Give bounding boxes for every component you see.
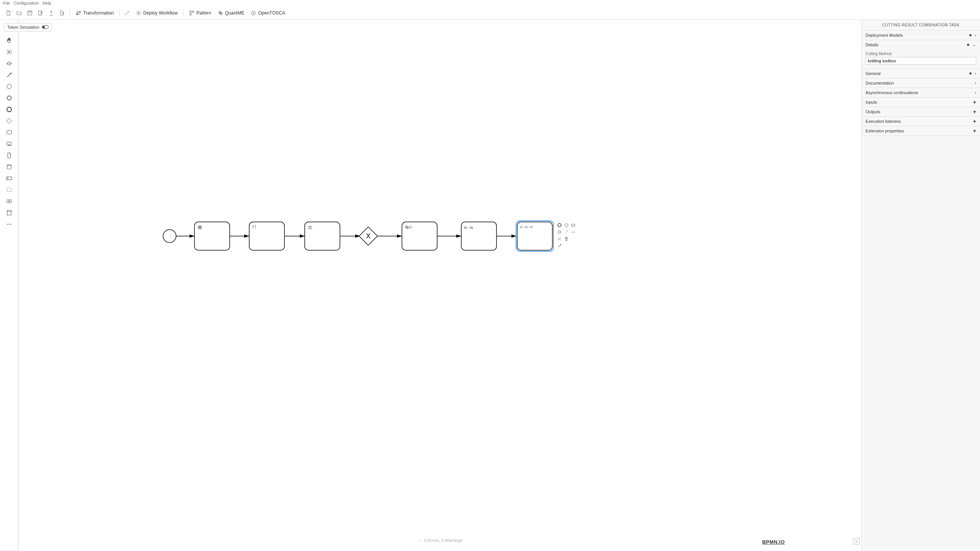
panel-collapse-button[interactable] [853, 538, 860, 545]
pattern-button[interactable]: Pattern [186, 8, 214, 18]
start-event[interactable] [163, 230, 176, 243]
save-button[interactable] [24, 8, 35, 18]
quantum-task-tool[interactable] [3, 196, 15, 207]
bpmn-diagram: X [18, 20, 746, 364]
hand-tool[interactable] [3, 35, 15, 46]
svg-rect-17 [7, 142, 11, 146]
magic-wand-button[interactable] [122, 8, 132, 18]
svg-point-24 [9, 201, 10, 202]
section-inputs[interactable]: Inputs + [862, 98, 980, 107]
space-tool[interactable] [3, 58, 15, 69]
svg-point-32 [199, 227, 200, 228]
svg-rect-26 [7, 210, 11, 215]
section-details[interactable]: Details ⌄ [862, 40, 980, 49]
new-file-button[interactable] [3, 8, 14, 18]
svg-point-29 [8, 224, 9, 225]
task-2[interactable] [249, 222, 284, 250]
section-deployment-models[interactable]: Deployment Models › [862, 31, 980, 40]
plus-icon[interactable]: + [973, 128, 976, 134]
export-button[interactable] [57, 8, 67, 18]
chevron-down-icon: ⌄ [972, 42, 976, 47]
section-documentation[interactable]: Documentation › [862, 78, 980, 88]
delete-element[interactable] [563, 236, 569, 242]
validation-status[interactable]: 0 Errors, 0 Warnings [413, 536, 466, 544]
dot-icon [969, 72, 972, 75]
cutting-method-input[interactable] [866, 57, 976, 65]
menu-file[interactable]: File [3, 1, 10, 5]
upload-button[interactable] [46, 8, 57, 18]
diagram-canvas[interactable]: X [18, 20, 861, 551]
chevron-right-icon: › [975, 33, 976, 38]
menu-help[interactable]: Help [42, 1, 51, 5]
context-pad [556, 222, 576, 249]
intermediate-event-tool[interactable] [3, 93, 15, 103]
toolbar: Transformation Deploy Workflow Pattern Q… [0, 6, 980, 20]
connect-tool[interactable] [3, 70, 15, 80]
plus-icon[interactable]: + [973, 99, 976, 105]
opentosca-button[interactable]: OpenTOSCA [247, 8, 288, 18]
participant-tool[interactable] [3, 173, 15, 184]
section-extension-properties[interactable]: Extension properties + [862, 126, 980, 135]
plus-icon[interactable]: + [973, 109, 976, 115]
append-task[interactable] [570, 222, 576, 228]
svg-text:X: X [366, 232, 371, 240]
svg-point-55 [573, 231, 573, 232]
svg-point-14 [7, 96, 11, 100]
plus-icon[interactable]: + [973, 118, 976, 124]
svg-rect-0 [28, 11, 32, 15]
gateway-tool[interactable] [3, 116, 15, 126]
svg-point-7 [220, 12, 221, 13]
open-file-button[interactable] [14, 8, 24, 18]
more-options[interactable] [570, 229, 576, 235]
section-general[interactable]: General › [862, 69, 980, 78]
cutting-method-label: Cutting Method [866, 52, 976, 56]
transformation-button[interactable]: Transformation [72, 8, 117, 18]
section-execution-listeners[interactable]: Execution listeners + [862, 117, 980, 126]
svg-point-19 [7, 165, 11, 166]
dot-icon [967, 44, 969, 46]
panel-title: CUTTING RESULT COMBINATION TASK [862, 20, 980, 31]
chevron-right-icon: › [975, 80, 976, 86]
exclusive-gateway[interactable]: X [359, 227, 377, 245]
more-tools[interactable] [3, 219, 15, 230]
start-event-tool[interactable] [3, 81, 15, 92]
append-end-event[interactable] [556, 222, 562, 228]
menu-configuration[interactable]: Configuration [14, 1, 39, 5]
task-tool[interactable] [3, 127, 15, 138]
bpmn-io-logo[interactable]: BPMN.IO [762, 539, 785, 545]
svg-point-9 [219, 11, 222, 15]
data-object-tool[interactable] [3, 150, 15, 161]
lasso-tool[interactable] [3, 47, 15, 57]
svg-point-12 [7, 84, 11, 89]
end-event-tool[interactable] [3, 104, 15, 115]
append-gateway[interactable] [563, 222, 569, 228]
properties-panel: CUTTING RESULT COMBINATION TASK Deployme… [861, 20, 980, 551]
data-store-tool[interactable] [3, 161, 15, 172]
task-5[interactable] [461, 222, 497, 250]
append-intermediate-event[interactable] [556, 229, 562, 235]
subprocess-tool[interactable] [3, 139, 15, 149]
section-outputs[interactable]: Outputs + [862, 107, 980, 116]
token-simulation-toggle[interactable]: Token Simulation [4, 23, 52, 31]
svg-rect-6 [190, 13, 191, 15]
svg-point-3 [138, 12, 139, 14]
change-type[interactable] [556, 236, 562, 242]
svg-rect-51 [572, 224, 575, 226]
quantme-button[interactable]: QuantME [214, 8, 248, 18]
svg-rect-22 [7, 188, 11, 192]
svg-point-53 [558, 231, 560, 233]
annotation[interactable] [563, 229, 569, 235]
edit-button[interactable] [35, 8, 46, 18]
svg-rect-4 [190, 11, 191, 12]
chevron-right-icon: › [975, 71, 976, 76]
svg-point-54 [572, 231, 572, 232]
section-async[interactable]: Asynchronous continuations › [862, 88, 980, 97]
deploy-workflow-button[interactable]: Deploy Workflow [132, 8, 181, 18]
connect[interactable] [556, 243, 562, 249]
task-cutting-result-combination[interactable] [517, 222, 552, 250]
svg-point-30 [10, 224, 11, 225]
toggle-icon [42, 25, 49, 29]
group-tool[interactable] [3, 184, 15, 195]
svg-point-15 [7, 107, 11, 112]
policy-tool[interactable] [3, 207, 15, 218]
